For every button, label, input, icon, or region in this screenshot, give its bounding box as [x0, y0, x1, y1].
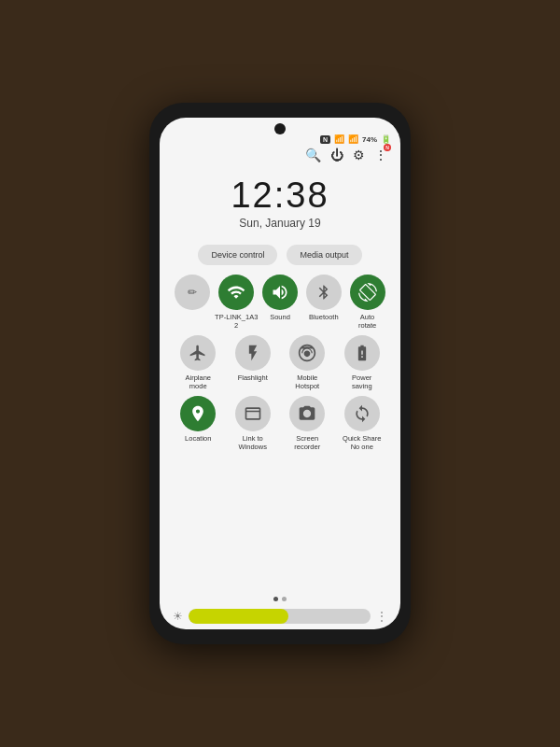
device-control-button[interactable]: Device control: [198, 245, 277, 265]
tile-location[interactable]: Location: [174, 396, 222, 443]
search-icon[interactable]: 🔍: [305, 148, 321, 162]
quick-tiles: ✏ TP-LINK_1A32 Sound: [160, 271, 400, 593]
screenrecorder-tile-icon: [289, 396, 325, 431]
tile-airplane-label: Airplanemode: [185, 374, 211, 390]
tile-autorotate-label: Autorotate: [358, 313, 376, 330]
battery-percentage: 74%: [362, 135, 377, 144]
quick-actions-bar: 🔍 ⏻ ⚙ ⋮ N: [160, 146, 400, 166]
wifi-icon: 📶: [334, 134, 344, 144]
tiles-row-3: Location Link toWindows Screenrecorder: [171, 396, 389, 451]
device-media-row: Device control Media output: [160, 237, 400, 271]
brightness-more-icon[interactable]: ⋮: [376, 610, 387, 623]
hotspot-tile-icon: [289, 335, 325, 371]
sound-tile-icon: [262, 275, 298, 310]
tiles-row-1: ✏ TP-LINK_1A32 Sound: [171, 275, 389, 330]
tile-sound-label: Sound: [270, 313, 290, 321]
powersaving-tile-icon: [344, 335, 380, 371]
tile-flashlight[interactable]: Flashlight: [229, 335, 277, 382]
signal-icon: 📶: [348, 134, 358, 144]
media-output-button[interactable]: Media output: [287, 245, 361, 265]
tiles-row-2: Airplanemode Flashlight MobileHotspot: [171, 335, 389, 390]
menu-icon[interactable]: ⋮ N: [374, 148, 387, 162]
battery-icon: 🔋: [381, 134, 391, 144]
tile-flashlight-label: Flashlight: [238, 374, 268, 382]
brightness-bar: ☀ ⋮: [160, 605, 400, 629]
tile-wifi-label: TP-LINK_1A32: [215, 313, 258, 330]
tile-edit[interactable]: ✏: [171, 275, 215, 310]
wifi-tile-icon: [218, 275, 254, 310]
linkwindows-tile-icon: [235, 396, 271, 431]
brightness-fill: [189, 609, 288, 624]
bluetooth-tile-icon: [306, 275, 342, 310]
tile-powersaving-label: Powersaving: [352, 374, 372, 390]
brightness-icon: ☀: [173, 610, 183, 623]
tile-screenrecorder-label: Screenrecorder: [294, 434, 320, 451]
power-icon[interactable]: ⏻: [330, 148, 343, 162]
phone-screen: N 📶 📶 74% 🔋 🔍 ⏻ ⚙ ⋮ N 12:38 Sun, January…: [160, 118, 400, 629]
flashlight-tile-icon: [235, 335, 271, 371]
edit-icon: ✏: [175, 275, 210, 310]
front-camera: [274, 123, 286, 134]
tile-sound[interactable]: Sound: [259, 275, 302, 321]
tile-autorotate[interactable]: Autorotate: [345, 275, 389, 330]
location-tile-icon: [180, 396, 216, 431]
clock-time: 12:38: [160, 177, 400, 213]
tile-hotspot[interactable]: MobileHotspot: [283, 335, 331, 390]
nfc-indicator: N: [320, 135, 330, 144]
quickshare-tile-icon: [344, 396, 380, 431]
settings-icon[interactable]: ⚙: [353, 148, 365, 162]
notification-badge: N: [384, 144, 391, 151]
brightness-track[interactable]: [189, 609, 371, 624]
dot-2: [282, 597, 287, 601]
tile-airplane[interactable]: Airplanemode: [174, 335, 222, 390]
airplane-tile-icon: [180, 335, 216, 371]
tile-linkwindows[interactable]: Link toWindows: [229, 396, 277, 451]
tile-wifi[interactable]: TP-LINK_1A32: [215, 275, 259, 330]
tile-bluetooth[interactable]: Bluetooth: [301, 275, 345, 321]
time-section: 12:38 Sun, January 19: [160, 166, 400, 237]
autorotate-tile-icon: [350, 275, 385, 310]
tile-powersaving[interactable]: Powersaving: [338, 335, 386, 390]
dot-1: [273, 597, 278, 601]
tile-hotspot-label: MobileHotspot: [295, 374, 319, 390]
tile-linkwindows-label: Link toWindows: [239, 434, 267, 451]
tile-quickshare-label: Quick ShareNo one: [343, 434, 381, 451]
tile-quickshare[interactable]: Quick ShareNo one: [338, 396, 386, 451]
tile-bluetooth-label: Bluetooth: [309, 313, 339, 321]
page-dots: [160, 593, 400, 605]
clock-date: Sun, January 19: [160, 217, 400, 230]
phone-frame: N 📶 📶 74% 🔋 🔍 ⏻ ⚙ ⋮ N 12:38 Sun, January…: [149, 103, 411, 644]
tile-location-label: Location: [185, 434, 211, 443]
tile-screenrecorder[interactable]: Screenrecorder: [283, 396, 331, 451]
